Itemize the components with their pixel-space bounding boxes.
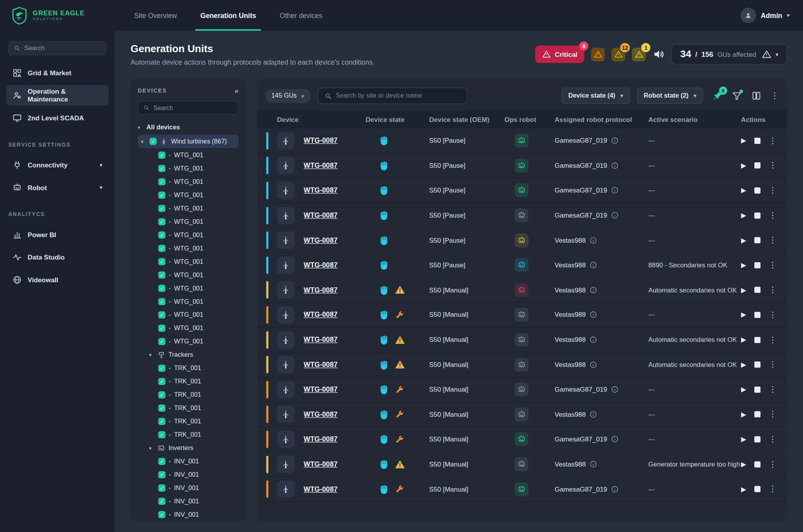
checkbox-checked[interactable]: ✓ <box>158 498 165 505</box>
tree-node-inv[interactable]: ✓ INV_001 <box>138 455 238 468</box>
checkbox-checked[interactable]: ✓ <box>158 325 165 332</box>
kebab-menu-icon[interactable]: ⋮ <box>768 361 777 369</box>
checkbox-checked[interactable]: ✓ <box>158 405 165 412</box>
tree-node-wtg[interactable]: ✓ WTG_001 <box>138 335 238 348</box>
table-row[interactable]: WTG-0087 S50 [Manual] <box>257 328 787 352</box>
info-icon[interactable] <box>611 137 619 145</box>
stop-button[interactable] <box>754 312 761 318</box>
kebab-menu-icon[interactable]: ⋮ <box>768 485 777 493</box>
collapse-panel-icon[interactable]: « <box>234 87 238 95</box>
user-menu[interactable]: Admin ▾ <box>741 8 803 23</box>
checkbox-checked[interactable]: ✓ <box>158 298 165 305</box>
device-name-link[interactable]: WTG-0087 <box>304 286 338 294</box>
tree-node-trk[interactable]: ✓ TRK_001 <box>138 375 238 388</box>
info-icon[interactable] <box>589 410 597 418</box>
critical-alerts-button[interactable]: Critical 8 <box>535 45 584 63</box>
table-row[interactable]: WTG-0087 S50 [Manual] <box>257 378 787 402</box>
tree-node-wind-turbines[interactable]: ▾ ✓ Wind turbines (867) <box>138 135 238 148</box>
checkbox-checked[interactable]: ✓ <box>158 365 165 372</box>
checkbox-checked[interactable]: ✓ <box>158 378 165 385</box>
play-button[interactable]: ▶ <box>741 187 746 194</box>
play-button[interactable]: ▶ <box>741 461 746 468</box>
sidebar-item-2nd-level-scada[interactable]: 2nd Level SCADA <box>6 107 109 128</box>
gus-affected-summary[interactable]: 34 / 156 GUs affected ▾ <box>672 44 787 64</box>
tab-site-overview[interactable]: Site Overview <box>134 0 177 31</box>
warning-badge-amber[interactable]: 12 <box>612 47 625 61</box>
stop-button[interactable] <box>754 486 761 492</box>
stop-button[interactable] <box>754 337 761 343</box>
device-name-link[interactable]: WTG-0087 <box>304 162 338 170</box>
play-button[interactable]: ▶ <box>741 336 746 343</box>
info-icon[interactable] <box>611 187 619 194</box>
checkbox-checked[interactable]: ✓ <box>158 338 165 345</box>
tree-node-wtg[interactable]: ✓ WTG_001 <box>138 255 238 268</box>
caret-icon[interactable]: ▾ <box>141 138 146 144</box>
table-row[interactable]: WTG-0087 S50 [Pause] <box>257 153 787 178</box>
device-name-link[interactable]: WTG-0087 <box>304 485 338 493</box>
sidebar-item-power-bi[interactable]: Power BI <box>6 224 109 245</box>
play-button[interactable]: ▶ <box>741 411 746 418</box>
tree-node-trk[interactable]: ✓ TRK_001 <box>138 388 238 401</box>
sidebar-search[interactable] <box>8 41 107 55</box>
kebab-menu-icon[interactable]: ⋮ <box>768 311 777 319</box>
tree-node-wtg[interactable]: ✓ WTG_001 <box>138 308 238 321</box>
device-name-link[interactable]: WTG-0087 <box>304 386 338 394</box>
sidebar-item-data-studio[interactable]: Data Studio <box>6 247 109 267</box>
play-button[interactable]: ▶ <box>741 237 746 243</box>
table-row[interactable]: WTG-0087 S50 [Pause] <box>257 203 787 228</box>
sidebar-item-connectivity[interactable]: Connectivity ▾ <box>6 154 109 175</box>
tree-node-wtg[interactable]: ✓ WTG_001 <box>138 241 238 255</box>
play-button[interactable]: ▶ <box>741 436 746 443</box>
sidebar-search-input[interactable] <box>24 45 101 52</box>
speaker-icon[interactable] <box>653 48 665 60</box>
tree-node-wtg[interactable]: ✓ WTG_001 <box>138 162 238 175</box>
table-row[interactable]: WTG-0087 S50 [Manual] <box>257 477 787 501</box>
tree-node-wtg[interactable]: ✓ WTG_001 <box>138 295 238 308</box>
checkbox-checked[interactable]: ✓ <box>158 471 165 478</box>
filter-chip-gus[interactable]: 145 GUs × <box>265 89 311 103</box>
tree-node-wtg[interactable]: ✓ WTG_001 <box>138 229 238 242</box>
info-icon[interactable] <box>611 162 619 170</box>
table-search[interactable] <box>318 87 467 104</box>
tree-node-wtg[interactable]: ✓ WTG_001 <box>138 215 238 229</box>
caret-icon[interactable]: ▾ <box>149 352 154 358</box>
device-name-link[interactable]: WTG-0087 <box>304 187 338 194</box>
sidebar-item-operation-maintenance[interactable]: Operation & Maintenance <box>6 85 109 105</box>
stop-button[interactable] <box>754 387 761 393</box>
device-name-link[interactable]: WTG-0087 <box>304 410 338 418</box>
checkbox-checked[interactable]: ✓ <box>158 418 165 425</box>
kebab-menu-icon[interactable]: ⋮ <box>768 261 777 269</box>
table-row[interactable]: WTG-0087 S50 [Manual] <box>257 427 787 452</box>
caret-icon[interactable]: ▾ <box>149 445 154 451</box>
checkbox-checked[interactable]: ✓ <box>158 511 165 518</box>
checkbox-checked[interactable]: ✓ <box>158 218 165 225</box>
kebab-menu-icon[interactable]: ⋮ <box>768 336 777 344</box>
tree-node-inv[interactable]: ✓ INV_001 <box>138 508 238 521</box>
checkbox-checked[interactable]: ✓ <box>158 458 165 465</box>
kebab-menu-icon[interactable]: ⋮ <box>768 162 777 170</box>
tree-node-wtg[interactable]: ✓ WTG_001 <box>138 149 238 162</box>
stop-button[interactable] <box>754 212 761 218</box>
tree-node-trk[interactable]: ✓ TRK_001 <box>138 415 238 428</box>
sidebar-item-grid-market[interactable]: Grid & Market <box>6 62 109 83</box>
play-button[interactable]: ▶ <box>741 312 746 318</box>
tree-node-inverters[interactable]: ▾ Inverters <box>138 441 238 455</box>
play-button[interactable]: ▶ <box>741 162 746 169</box>
tree-node-wtg[interactable]: ✓ WTG_001 <box>138 321 238 335</box>
checkbox-checked[interactable]: ✓ <box>158 231 165 238</box>
stop-button[interactable] <box>754 262 761 268</box>
checkbox-checked[interactable]: ✓ <box>158 431 165 438</box>
table-row[interactable]: WTG-0087 S50 [Manual] <box>257 452 787 477</box>
table-row[interactable]: WTG-0087 S50 [Manual] <box>257 402 787 427</box>
info-icon[interactable] <box>611 436 619 443</box>
table-row[interactable]: WTG-0087 S50 [Pause] <box>257 178 787 203</box>
kebab-menu-icon[interactable]: ⋮ <box>768 286 777 294</box>
device-name-link[interactable]: WTG-0087 <box>304 460 338 468</box>
tree-node-trackers[interactable]: ▾ Trackers <box>138 348 238 361</box>
play-button[interactable]: ▶ <box>741 287 746 293</box>
info-icon[interactable] <box>589 336 597 344</box>
stop-button[interactable] <box>754 163 761 169</box>
table-row[interactable]: WTG-0087 S50 [Manual] <box>257 278 787 303</box>
checkbox-checked[interactable]: ✓ <box>158 178 165 185</box>
table-row[interactable]: WTG-0087 S50 [Pause] <box>257 129 787 153</box>
